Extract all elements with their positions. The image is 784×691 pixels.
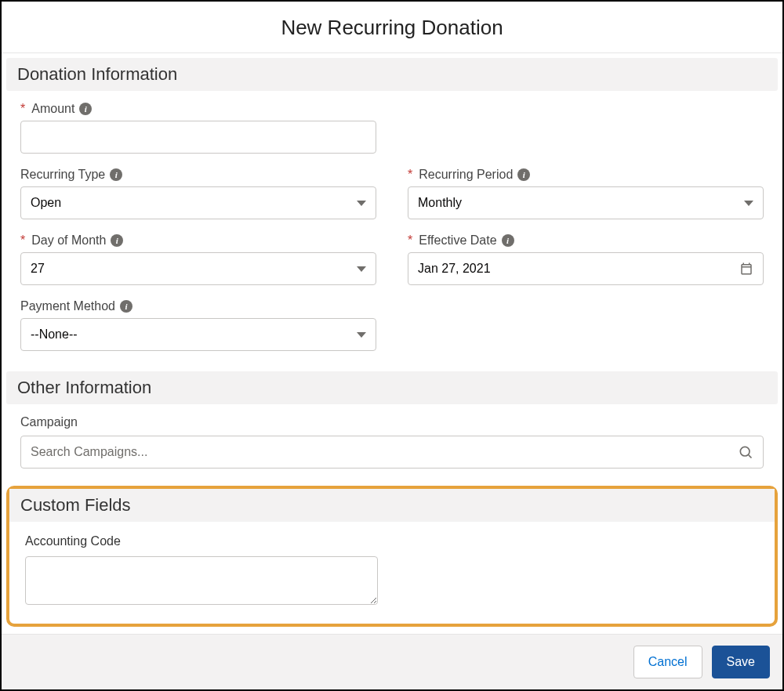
modal-new-recurring-donation: New Recurring Donation Donation Informat… [0,0,784,691]
search-placeholder: Search Campaigns... [31,445,147,459]
select-value: Open [31,196,61,210]
cancel-button[interactable]: Cancel [633,646,702,678]
info-icon[interactable]: i [111,234,123,247]
label-text: Amount [31,102,74,116]
required-star: * [408,233,412,248]
label-campaign: Campaign [20,415,764,429]
chevron-down-icon [744,201,753,206]
label-day-of-month: * Day of Month i [20,233,376,248]
payment-method-select[interactable]: --None-- [20,318,376,351]
label-accounting-code: Accounting Code [25,534,759,548]
info-icon[interactable]: i [79,103,92,115]
donation-form-grid: * Amount i Recurring Type i Open [2,91,782,367]
label-payment-method: Payment Method i [20,299,376,313]
field-recurring-period: * Recurring Period i Monthly [408,168,764,219]
label-text: Day of Month [31,233,106,248]
label-text: Recurring Period [419,168,513,182]
calendar-icon [739,262,753,276]
effective-date-input[interactable]: Jan 27, 2021 [408,252,764,285]
label-recurring-period: * Recurring Period i [408,168,764,182]
day-of-month-select[interactable]: 27 [20,252,376,285]
chevron-down-icon [357,266,366,272]
section-header-custom: Custom Fields [9,489,775,522]
recurring-type-select[interactable]: Open [20,186,376,219]
field-recurring-type: Recurring Type i Open [20,168,376,219]
chevron-down-icon [357,332,366,338]
field-effective-date: * Effective Date i Jan 27, 2021 [408,233,764,285]
amount-input[interactable] [20,121,376,154]
custom-fields-body: Accounting Code [9,522,775,608]
label-amount: * Amount i [20,102,376,116]
required-star: * [20,233,25,248]
chevron-down-icon [357,201,366,206]
label-effective-date: * Effective Date i [408,233,764,248]
info-icon[interactable]: i [120,300,132,313]
label-text: Recurring Type [20,168,105,182]
date-value: Jan 27, 2021 [418,262,491,276]
accounting-code-textarea[interactable] [25,556,378,605]
info-icon[interactable]: i [502,234,514,247]
select-value: --None-- [31,327,78,342]
label-recurring-type: Recurring Type i [20,168,376,182]
label-text: Payment Method [20,299,115,313]
field-day-of-month: * Day of Month i 27 [20,233,376,285]
spacer [408,102,764,154]
info-icon[interactable]: i [517,168,530,181]
field-amount: * Amount i [20,102,376,154]
required-star: * [20,102,25,116]
spacer [408,299,764,351]
campaign-search-input[interactable]: Search Campaigns... [20,436,764,469]
section-header-other: Other Information [6,371,778,404]
label-text: Effective Date [419,233,496,248]
required-star: * [408,168,412,182]
other-info-body: Campaign Search Campaigns... [2,404,782,486]
info-icon[interactable]: i [110,168,122,181]
modal-footer: Cancel Save [2,634,782,689]
save-button[interactable]: Save [712,646,770,678]
modal-title: New Recurring Donation [2,2,782,53]
section-header-donation: Donation Information [6,58,778,91]
recurring-period-select[interactable]: Monthly [408,186,764,219]
field-payment-method: Payment Method i --None-- [20,299,376,351]
svg-line-1 [749,455,752,458]
accounting-code-wrapper [25,556,378,608]
custom-fields-highlight: Custom Fields Accounting Code [6,486,778,627]
modal-body: Donation Information * Amount i Recurrin… [2,53,782,634]
svg-point-0 [740,447,750,456]
select-value: 27 [31,262,45,276]
select-value: Monthly [418,196,462,210]
search-icon [738,444,753,460]
